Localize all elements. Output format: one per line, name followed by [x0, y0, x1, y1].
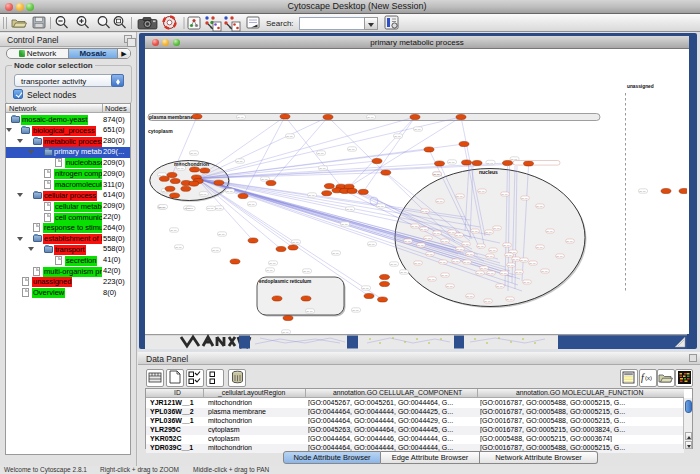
svg-text:ab cd: ab cd	[377, 205, 384, 208]
svg-text:ab cd: ab cd	[496, 285, 503, 288]
svg-text:ab cd: ab cd	[501, 193, 508, 196]
svg-text:ab cd: ab cd	[493, 227, 500, 230]
svg-text:ab cd: ab cd	[175, 246, 182, 249]
svg-text:ab cd: ab cd	[485, 231, 492, 234]
svg-text:ab cd: ab cd	[420, 228, 427, 231]
svg-text:ab cd: ab cd	[248, 203, 255, 206]
svg-text:plasma membrane: plasma membrane	[149, 114, 193, 120]
svg-text:ab cd: ab cd	[448, 161, 455, 164]
svg-text:ab cd: ab cd	[424, 237, 431, 240]
svg-text:ab cd: ab cd	[236, 160, 243, 163]
svg-text:ab cd: ab cd	[190, 152, 197, 155]
svg-text:ab cd: ab cd	[319, 167, 326, 170]
svg-text:ab cd: ab cd	[269, 262, 276, 265]
svg-text:ab cd: ab cd	[500, 272, 507, 275]
svg-text:ab cd: ab cd	[411, 225, 418, 228]
svg-text:ab cd: ab cd	[341, 223, 348, 226]
svg-text:ab cd: ab cd	[433, 173, 440, 176]
svg-text:ab cd: ab cd	[536, 205, 543, 208]
svg-text:ab cd: ab cd	[529, 262, 536, 265]
svg-text:endoplasmic reticulum: endoplasmic reticulum	[259, 279, 311, 284]
svg-text:ab cd: ab cd	[541, 270, 548, 273]
svg-text:ab cd: ab cd	[487, 272, 494, 275]
svg-text:(x): (x)	[645, 375, 652, 381]
svg-text:ab cd: ab cd	[462, 243, 469, 246]
svg-text:ab cd: ab cd	[261, 178, 268, 181]
svg-text:ab cd: ab cd	[456, 248, 463, 251]
svg-text:ab cd: ab cd	[507, 264, 514, 267]
svg-text:ab cd: ab cd	[556, 255, 563, 258]
svg-text:ab cd: ab cd	[441, 274, 448, 277]
svg-text:ab cd: ab cd	[446, 285, 453, 288]
svg-text:cytoplasm: cytoplasm	[148, 128, 173, 134]
svg-text:ab cd: ab cd	[433, 232, 440, 235]
svg-text:ab cd: ab cd	[566, 240, 573, 243]
svg-text:ab cd: ab cd	[170, 229, 177, 232]
svg-text:ab cd: ab cd	[466, 253, 473, 256]
svg-text:ab cd: ab cd	[506, 298, 513, 301]
svg-text:ab cd: ab cd	[489, 249, 496, 252]
svg-text:ab cd: ab cd	[400, 271, 407, 274]
svg-text:ab cd: ab cd	[362, 287, 369, 290]
svg-text:ab cd: ab cd	[439, 261, 446, 264]
svg-text:ab cd: ab cd	[484, 300, 491, 303]
svg-text:ab cd: ab cd	[237, 116, 244, 119]
svg-text:ab cd: ab cd	[286, 135, 293, 138]
svg-text:ab cd: ab cd	[448, 231, 455, 234]
svg-text:ab cd: ab cd	[348, 148, 355, 151]
svg-text:ab cd: ab cd	[226, 190, 233, 193]
svg-text:ab cd: ab cd	[436, 200, 443, 203]
svg-text:ab cd: ab cd	[367, 116, 374, 119]
svg-text:ab cd: ab cd	[266, 269, 273, 272]
svg-text:unassigned: unassigned	[627, 84, 654, 89]
svg-text:ab cd: ab cd	[428, 278, 435, 281]
svg-text:ab cd: ab cd	[478, 190, 485, 193]
svg-text:ab cd: ab cd	[521, 197, 528, 200]
svg-text:ab cd: ab cd	[515, 271, 522, 274]
svg-text:ab cd: ab cd	[512, 258, 519, 261]
svg-text:ab cd: ab cd	[414, 128, 421, 131]
svg-text:ab cd: ab cd	[466, 295, 473, 298]
svg-text:ab cd: ab cd	[421, 210, 428, 213]
svg-text:ab cd: ab cd	[456, 195, 463, 198]
svg-text:ab cd: ab cd	[520, 259, 527, 262]
svg-text:ab cd: ab cd	[480, 267, 487, 270]
svg-text:ab cd: ab cd	[346, 208, 353, 211]
svg-text:ab cd: ab cd	[317, 152, 324, 155]
svg-text:ab cd: ab cd	[212, 249, 219, 252]
svg-text:ab cd: ab cd	[308, 194, 315, 197]
svg-text:ab cd: ab cd	[452, 260, 459, 263]
svg-text:ab cd: ab cd	[207, 207, 214, 210]
svg-text:ab cd: ab cd	[159, 206, 166, 209]
svg-text:ab cd: ab cd	[215, 207, 222, 210]
svg-text:ab cd: ab cd	[486, 255, 493, 258]
svg-text:ab cd: ab cd	[368, 243, 375, 246]
svg-text:ab cd: ab cd	[536, 246, 543, 249]
svg-text:ab cd: ab cd	[292, 241, 299, 244]
svg-text:ab cd: ab cd	[487, 162, 494, 165]
svg-text:ab cd: ab cd	[455, 234, 462, 237]
svg-text:ab cd: ab cd	[177, 167, 184, 170]
svg-text:ab cd: ab cd	[332, 252, 339, 255]
svg-text:ab cd: ab cd	[404, 240, 411, 243]
svg-text:ab cd: ab cd	[200, 193, 207, 196]
svg-text:ab cd: ab cd	[394, 135, 401, 138]
svg-text:ab cd: ab cd	[390, 263, 397, 266]
svg-text:ab cd: ab cd	[303, 270, 310, 273]
svg-text:ab cd: ab cd	[414, 262, 421, 265]
svg-text:nucleus: nucleus	[479, 169, 498, 175]
svg-text:ab cd: ab cd	[639, 190, 646, 193]
svg-text:ab cd: ab cd	[476, 272, 483, 275]
svg-text:ab cd: ab cd	[187, 207, 194, 210]
svg-text:ab cd: ab cd	[546, 230, 553, 233]
svg-text:ab cd: ab cd	[352, 309, 359, 312]
svg-text:ab cd: ab cd	[218, 233, 225, 236]
svg-text:ab cd: ab cd	[306, 310, 313, 313]
svg-text:ab cd: ab cd	[417, 244, 424, 247]
svg-text:ab cd: ab cd	[503, 244, 510, 247]
svg-text:ab cd: ab cd	[426, 253, 433, 256]
svg-text:ab cd: ab cd	[477, 245, 484, 248]
svg-text:ab cd: ab cd	[441, 240, 448, 243]
svg-text:ab cd: ab cd	[523, 281, 530, 284]
svg-text:ab cd: ab cd	[505, 254, 512, 257]
